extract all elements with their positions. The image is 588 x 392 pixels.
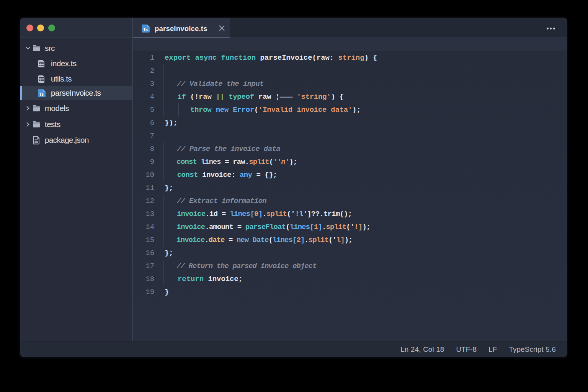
svg-text:Ts: Ts [39, 92, 44, 96]
svg-text:Ts: Ts [143, 27, 148, 32]
